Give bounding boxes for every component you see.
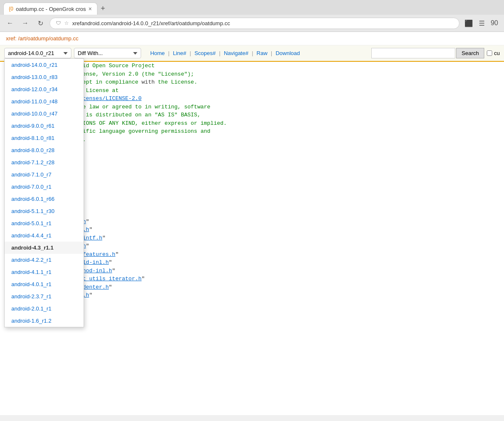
dropdown-item-9[interactable]: android-7.1.0_r7 [5, 168, 84, 181]
active-tab[interactable]: {0 oatdump.cc - OpenGrok cros × [3, 3, 97, 15]
forward-button[interactable]: → [19, 17, 31, 29]
dropdown-item-18[interactable]: android-4.0.1_r1 [5, 278, 84, 290]
security-icon: 🛡 [56, 20, 61, 26]
version-dropdown-container: android-14.0.0_r21 android-13.0.0_r83 an… [4, 48, 71, 58]
search-input[interactable] [371, 48, 455, 58]
tab-icon: {0 [9, 6, 13, 12]
sep4: | [251, 50, 254, 56]
dropdown-item-4[interactable]: android-10.0.0_r47 [5, 108, 84, 120]
qr-button[interactable]: ⬛ [463, 18, 475, 29]
zoom-button[interactable]: 90 [489, 18, 500, 29]
address-bar: ← → ↻ 🛡 ☆ xrefandroid.com/android-14.0.0… [0, 15, 504, 32]
nav-home-link[interactable]: Home [149, 50, 167, 56]
dropdown-item-1[interactable]: android-13.0.0_r83 [5, 71, 84, 83]
sep5: | [270, 50, 273, 56]
sep3: | [218, 50, 221, 56]
back-button[interactable]: ← [4, 17, 16, 29]
sep1: | [167, 50, 170, 56]
dropdown-item-3[interactable]: android-11.0.0_r48 [5, 95, 84, 108]
url-bar[interactable]: 🛡 ☆ xrefandroid.com/android-14.0.0_r21/x… [50, 18, 459, 29]
nav-scopes-link[interactable]: Scopes# [193, 50, 218, 56]
dropdown-item-2[interactable]: android-12.0.0_r34 [5, 83, 84, 95]
dropdown-item-12[interactable]: android-5.1.1_r30 [5, 205, 84, 217]
search-button[interactable]: Search [456, 48, 484, 58]
tab-bar: {0 oatdump.cc - OpenGrok cros × + [0, 0, 504, 15]
toolbar: android-14.0.0_r21 android-13.0.0_r83 an… [0, 45, 504, 62]
nav-navigate-link[interactable]: Navigate# [222, 50, 250, 56]
new-tab-button[interactable]: + [97, 3, 109, 15]
version-select[interactable]: android-14.0.0_r21 android-13.0.0_r83 an… [4, 48, 71, 58]
nav-raw-link[interactable]: Raw [255, 50, 269, 56]
browser-actions: ⬛ ☰ 90 [463, 18, 500, 29]
sep0 [144, 50, 148, 56]
dropdown-item-16[interactable]: android-4.2.2_r1 [5, 254, 84, 266]
dropdown-item-20[interactable]: android-2.0.1_r1 [5, 303, 84, 315]
dropdown-item-13[interactable]: android-5.0.1_r1 [5, 217, 84, 229]
tab-close-button[interactable]: × [89, 5, 92, 12]
diff-select[interactable]: Diff With... [74, 48, 141, 58]
dropdown-item-5[interactable]: android-9.0.0_r61 [5, 120, 84, 132]
dropdown-item-0[interactable]: android-14.0.0_r21 [5, 59, 84, 71]
dropdown-item-11[interactable]: android-6.0.1_r66 [5, 193, 84, 205]
toolbar-nav: Home | Line# | Scopes# | Navigate# | Raw… [144, 50, 302, 56]
version-dropdown-menu: android-14.0.0_r21 android-13.0.0_r83 an… [4, 58, 84, 327]
dropdown-item-8[interactable]: android-7.1.2_r28 [5, 156, 84, 168]
breadcrumb: xref: /art/oatdump/oatdump.cc [0, 32, 504, 45]
dropdown-item-10[interactable]: android-7.0.0_r1 [5, 181, 84, 193]
checkbox-text: cu [494, 50, 500, 56]
page-content: xref: /art/oatdump/oatdump.cc android-14… [0, 32, 504, 415]
tab-title: oatdump.cc - OpenGrok cros [16, 6, 86, 12]
cu-checkbox[interactable] [487, 50, 492, 56]
dropdown-item-7[interactable]: android-8.0.0_r28 [5, 144, 84, 156]
checkbox-label: cu [487, 50, 500, 56]
nav-line-link[interactable]: Line# [171, 50, 188, 56]
bookmark-icon: ☆ [64, 20, 69, 26]
dropdown-item-15[interactable]: android-4.3_r1.1 [5, 242, 84, 254]
nav-download-link[interactable]: Download [274, 50, 302, 56]
dropdown-item-6[interactable]: android-8.1.0_r81 [5, 132, 84, 144]
browser-chrome: {0 oatdump.cc - OpenGrok cros × + ← → ↻ … [0, 0, 504, 32]
reload-button[interactable]: ↻ [34, 17, 46, 29]
dropdown-item-17[interactable]: android-4.1.1_r1 [5, 266, 84, 278]
sep2: | [189, 50, 192, 56]
dropdown-item-14[interactable]: android-4.4.4_r1 [5, 229, 84, 242]
url-text: xrefandroid.com/android-14.0.0_r21/xref/… [72, 20, 230, 26]
menu-button[interactable]: ☰ [477, 18, 486, 29]
dropdown-item-21[interactable]: android-1.6_r1.2 [5, 315, 84, 327]
dropdown-item-19[interactable]: android-2.3.7_r1 [5, 290, 84, 303]
